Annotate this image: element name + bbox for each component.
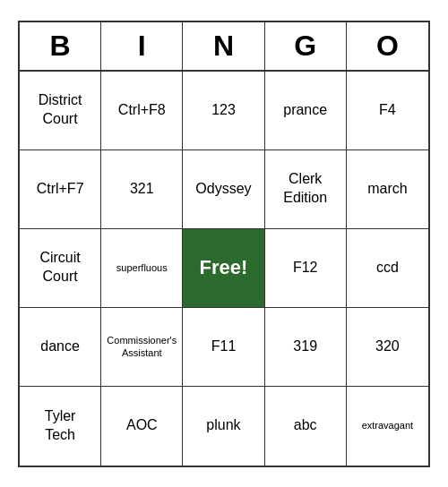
bingo-cell[interactable]: Odyssey <box>183 150 264 229</box>
cell-text: superfluous <box>116 261 168 274</box>
bingo-cell[interactable]: Ctrl+F7 <box>20 150 101 229</box>
cell-text: ccd <box>376 259 399 278</box>
bingo-cell[interactable]: ccd <box>347 229 428 308</box>
cell-text: 320 <box>375 337 400 356</box>
bingo-header: BINGO <box>20 22 428 72</box>
cell-text: Clerk Edition <box>283 170 327 208</box>
header-letter: G <box>265 22 347 70</box>
cell-text: Circuit Court <box>39 249 80 286</box>
bingo-cell[interactable]: District Court <box>20 72 101 150</box>
bingo-cell[interactable]: 319 <box>265 308 347 387</box>
cell-text: District Court <box>39 91 82 129</box>
bingo-cell[interactable]: superfluous <box>101 229 183 308</box>
cell-text: abc <box>294 416 317 435</box>
cell-text: AOC <box>126 416 158 435</box>
bingo-cell[interactable]: Clerk Edition <box>265 150 347 229</box>
cell-text: 321 <box>130 180 154 199</box>
cell-text: Free! <box>200 255 248 281</box>
cell-text: Ctrl+F8 <box>118 101 166 120</box>
cell-text: Odyssey <box>195 180 251 199</box>
header-letter: I <box>101 22 183 70</box>
bingo-cell[interactable]: 320 <box>347 308 428 387</box>
bingo-cell[interactable]: plunk <box>183 387 264 466</box>
cell-text: march <box>367 180 407 199</box>
bingo-cell[interactable]: F12 <box>265 229 347 308</box>
header-letter: B <box>20 22 101 70</box>
cell-text: dance <box>40 337 80 356</box>
bingo-cell[interactable]: Tyler Tech <box>20 387 101 466</box>
bingo-cell[interactable]: march <box>347 150 428 229</box>
bingo-cell[interactable]: Ctrl+F8 <box>101 72 183 150</box>
cell-text: F12 <box>293 259 318 278</box>
header-letter: N <box>183 22 264 70</box>
cell-text: Ctrl+F7 <box>37 180 84 199</box>
bingo-cell[interactable]: 321 <box>101 150 183 229</box>
bingo-card: BINGO District CourtCtrl+F8123pranceF4Ct… <box>18 21 430 467</box>
bingo-cell[interactable]: abc <box>265 387 347 466</box>
cell-text: 319 <box>293 337 317 356</box>
cell-text: plunk <box>206 416 240 435</box>
bingo-cell[interactable]: 123 <box>183 72 264 150</box>
header-letter: O <box>347 22 428 70</box>
cell-text: prance <box>283 101 327 120</box>
bingo-grid: District CourtCtrl+F8123pranceF4Ctrl+F73… <box>20 72 428 466</box>
cell-text: F11 <box>211 337 237 356</box>
bingo-cell[interactable]: AOC <box>101 387 183 466</box>
cell-text: Tyler Tech <box>45 407 76 445</box>
free-space[interactable]: Free! <box>183 229 264 308</box>
cell-text: 123 <box>211 101 236 120</box>
bingo-cell[interactable]: Commissioner's Assistant <box>101 308 183 387</box>
bingo-cell[interactable]: extravagant <box>347 387 428 466</box>
bingo-cell[interactable]: prance <box>265 72 347 150</box>
bingo-cell[interactable]: F11 <box>183 308 264 387</box>
bingo-cell[interactable]: dance <box>20 308 101 387</box>
cell-text: F4 <box>379 101 396 120</box>
bingo-cell[interactable]: F4 <box>347 72 428 150</box>
cell-text: extravagant <box>362 419 413 431</box>
bingo-cell[interactable]: Circuit Court <box>20 229 101 308</box>
cell-text: Commissioner's Assistant <box>107 334 177 360</box>
